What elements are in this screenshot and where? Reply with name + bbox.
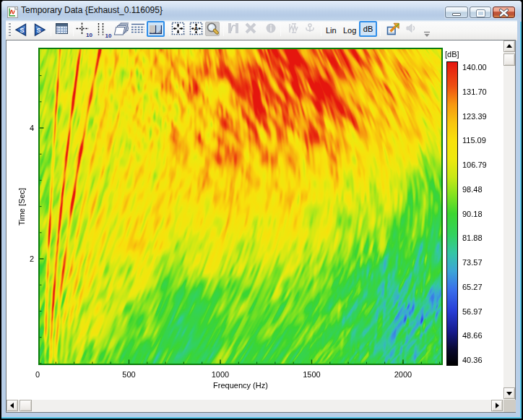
svg-text:S: S bbox=[20, 27, 24, 34]
svg-text:10: 10 bbox=[105, 33, 112, 39]
svg-text:S: S bbox=[37, 27, 41, 34]
svg-text:10: 10 bbox=[86, 32, 92, 38]
svg-text:A: A bbox=[194, 25, 199, 32]
